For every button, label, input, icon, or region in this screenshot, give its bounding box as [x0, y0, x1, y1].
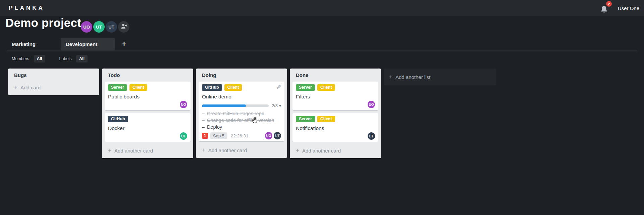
- list-name[interactable]: Done: [292, 71, 378, 82]
- plus-icon: +: [108, 147, 111, 154]
- top-bar: PLANKA 2 User One: [0, 0, 644, 16]
- card-notifications[interactable]: Server Client Notifications UT: [292, 113, 378, 142]
- card-labels: Server Client: [296, 84, 375, 91]
- card-online-demo[interactable]: ✎ GitHub Client Online demo 2/3 ▾ –Creat…: [199, 82, 284, 141]
- task-text: Create GitHub Pages repo: [207, 111, 264, 116]
- tab-marketing[interactable]: Marketing: [7, 38, 61, 50]
- card-footer: 1 Sep 5 22:26:31 UO UT: [202, 132, 281, 139]
- card-title: Docker: [108, 125, 187, 131]
- add-card-label: Add another card: [114, 148, 153, 154]
- avatar: UT: [274, 132, 281, 139]
- label-chip: Server: [108, 84, 127, 91]
- notifications-button[interactable]: 2: [600, 4, 609, 12]
- page-title: Demo project: [5, 16, 81, 30]
- card-members: UO: [296, 101, 375, 108]
- label-chip: GitHub: [202, 84, 222, 91]
- card-members: UO: [108, 101, 187, 108]
- tasks-progress: 2/3 ▾: [202, 103, 281, 108]
- plus-icon: +: [296, 147, 299, 154]
- members-filter-value[interactable]: All: [34, 55, 45, 62]
- app-screen: PLANKA 2 User One Demo project UO UT UT: [0, 0, 644, 215]
- plus-icon: +: [122, 40, 126, 48]
- project-members: UO UT UT: [81, 21, 129, 33]
- label-chip: GitHub: [108, 116, 128, 122]
- edit-card-icon[interactable]: ✎: [276, 84, 281, 91]
- labels-filter-value[interactable]: All: [76, 55, 88, 62]
- task-item: –Deploy: [202, 124, 281, 130]
- add-list-label: Add another list: [395, 74, 430, 80]
- tabs-divider: [7, 50, 637, 51]
- add-board-button[interactable]: +: [117, 38, 131, 50]
- card-notification-badge: 1: [202, 133, 208, 139]
- list-name[interactable]: Todo: [105, 71, 191, 82]
- list-todo: Todo Server Client Public boards UO GitH…: [102, 69, 193, 158]
- notification-count-badge: 2: [606, 1, 612, 7]
- avatar[interactable]: UT: [93, 21, 105, 33]
- person-add-icon: [121, 24, 127, 30]
- filter-bar: Members: All Labels: All: [12, 55, 88, 63]
- add-list-button[interactable]: + Add another list: [384, 69, 496, 85]
- avatar[interactable]: UO: [81, 21, 92, 33]
- avatar[interactable]: UT: [106, 21, 117, 33]
- list-name[interactable]: Bugs: [11, 71, 97, 82]
- card-title: Public boards: [108, 94, 187, 100]
- card-docker[interactable]: GitHub Docker UT: [105, 113, 191, 142]
- task-text: Deploy: [207, 124, 222, 130]
- card-title: Online demo: [202, 94, 281, 100]
- label-chip: Client: [129, 84, 147, 91]
- plus-icon: +: [14, 84, 17, 91]
- dash-icon: –: [202, 111, 205, 116]
- avatar: UT: [368, 132, 375, 140]
- labels-filter-label: Labels:: [59, 56, 73, 61]
- add-card-label: Add another card: [208, 147, 247, 153]
- card-labels: GitHub: [108, 116, 187, 122]
- avatar: UO: [368, 101, 375, 108]
- progress-fill: [202, 104, 246, 107]
- add-card-label: Add card: [20, 85, 41, 90]
- label-chip: Client: [317, 116, 335, 122]
- list-name[interactable]: Doing: [199, 71, 284, 82]
- planka-logo[interactable]: PLANKA: [9, 5, 45, 11]
- card-public-boards[interactable]: Server Client Public boards UO: [105, 82, 191, 110]
- card-members: UT: [296, 132, 375, 140]
- task-item: –Change code for offline version: [202, 117, 281, 124]
- progress-label: 2/3: [272, 103, 278, 108]
- task-list: –Create GitHub Pages repo –Change code f…: [202, 110, 281, 130]
- add-card-button[interactable]: + Add card: [11, 82, 97, 92]
- avatar: UO: [180, 101, 187, 108]
- label-chip: Client: [224, 84, 242, 91]
- task-item: –Create GitHub Pages repo: [202, 110, 281, 117]
- card-members: UO UT: [265, 132, 281, 139]
- label-chip: Server: [296, 116, 315, 122]
- card-filters[interactable]: Server Client Filters UO: [292, 82, 378, 110]
- avatar: UO: [265, 132, 272, 139]
- add-card-button[interactable]: + Add another card: [199, 144, 284, 155]
- members-filter-label: Members:: [12, 56, 31, 61]
- task-text: Change code for offline version: [207, 118, 274, 123]
- add-card-button[interactable]: + Add another card: [105, 145, 191, 156]
- plus-icon: +: [389, 74, 392, 80]
- tab-development[interactable]: Development: [61, 38, 115, 50]
- user-menu[interactable]: User One: [618, 5, 639, 11]
- avatar: UT: [180, 132, 187, 140]
- card-labels: GitHub Client: [202, 84, 281, 91]
- card-labels: Server Client: [108, 84, 187, 91]
- chevron-down-icon[interactable]: ▾: [279, 103, 281, 108]
- label-chip: Client: [317, 84, 335, 91]
- list-done: Done Server Client Filters UO Server Cli…: [290, 69, 381, 158]
- card-title: Notifications: [296, 125, 375, 131]
- due-date-badge: Sep 5: [210, 132, 227, 139]
- progress-bar: [202, 104, 269, 107]
- list-doing: Doing ✎ GitHub Client Online demo 2/3 ▾ …: [196, 69, 287, 158]
- list-bugs: Bugs + Add card: [8, 69, 99, 95]
- add-card-button[interactable]: + Add another card: [292, 145, 378, 156]
- plus-icon: +: [202, 147, 205, 154]
- dash-icon: –: [202, 124, 205, 130]
- card-title: Filters: [296, 94, 375, 100]
- add-member-button[interactable]: [118, 21, 129, 33]
- board-tabs: Marketing Development +: [7, 38, 131, 50]
- label-chip: Server: [296, 84, 315, 91]
- dash-icon: –: [202, 118, 205, 123]
- card-members: UT: [108, 132, 187, 140]
- add-card-label: Add another card: [302, 148, 341, 154]
